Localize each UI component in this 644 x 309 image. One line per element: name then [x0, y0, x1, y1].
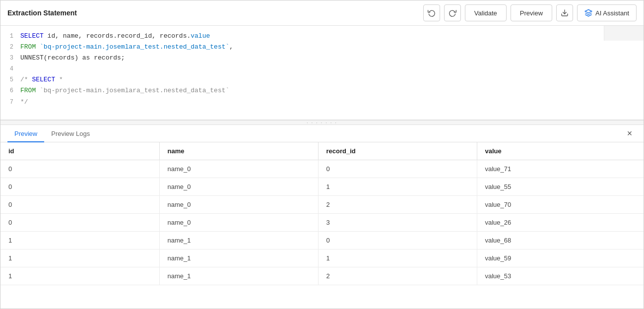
preview-tabs: Preview Preview Logs ×: [0, 125, 644, 142]
table-row: 0name_03value_26: [0, 214, 644, 232]
cell-name: name_1: [159, 249, 318, 267]
cell-name: name_1: [159, 232, 318, 249]
panel-resizer[interactable]: · · · · · · ·: [0, 120, 644, 125]
preview-table-container[interactable]: id name record_id value 0name_00value_71…: [0, 142, 644, 309]
code-editor[interactable]: 1 SELECT id, name, records.record_id, re…: [0, 26, 644, 120]
code-line-3: 3 UNNEST(records) as records;: [0, 53, 644, 63]
ai-assistant-label: AI Assistant: [595, 9, 629, 17]
table-row: 0name_00value_71: [0, 160, 644, 178]
table-row: 0name_01value_55: [0, 178, 644, 196]
undo-button[interactable]: [423, 4, 440, 21]
cell-record_id: 0: [318, 232, 477, 249]
col-header-value: value: [477, 142, 644, 160]
cell-value: value_71: [477, 160, 644, 178]
code-line-6: 6 FROM `bq-project-main.josemlara_test.n…: [0, 85, 644, 96]
cell-record_id: 1: [318, 178, 477, 196]
cell-id: 1: [0, 267, 159, 285]
cell-value: value_59: [477, 249, 644, 267]
cell-id: 0: [0, 160, 159, 178]
preview-table: id name record_id value 0name_00value_71…: [0, 142, 644, 285]
table-row: 1name_11value_59: [0, 249, 644, 267]
cell-id: 1: [0, 232, 159, 249]
cell-record_id: 2: [318, 196, 477, 214]
table-row: 1name_10value_68: [0, 232, 644, 249]
code-line-7: 7 */: [0, 97, 644, 108]
preview-button[interactable]: Preview: [511, 4, 552, 21]
toolbar: Extraction Statement Validate Preview: [0, 0, 644, 26]
cell-id: 0: [0, 196, 159, 214]
validate-button[interactable]: Validate: [465, 4, 507, 21]
download-button[interactable]: [556, 4, 573, 21]
cell-value: value_68: [477, 232, 644, 249]
table-header-row: id name record_id value: [0, 142, 644, 160]
cell-name: name_0: [159, 196, 318, 214]
cell-record_id: 0: [318, 160, 477, 178]
cell-value: value_26: [477, 214, 644, 232]
cell-name: name_0: [159, 160, 318, 178]
col-header-id: id: [0, 142, 159, 160]
cell-value: value_55: [477, 178, 644, 196]
code-line-4: 4: [0, 63, 644, 74]
cell-id: 1: [0, 249, 159, 267]
cell-record_id: 1: [318, 249, 477, 267]
code-content: 1 SELECT id, name, records.record_id, re…: [0, 31, 644, 108]
code-line-1: 1 SELECT id, name, records.record_id, re…: [0, 31, 644, 42]
cell-record_id: 2: [318, 267, 477, 285]
cell-id: 0: [0, 178, 159, 196]
cell-record_id: 3: [318, 214, 477, 232]
redo-button[interactable]: [444, 4, 461, 21]
cell-id: 0: [0, 214, 159, 232]
tab-preview[interactable]: Preview: [7, 125, 44, 142]
table-row: 1name_12value_53: [0, 267, 644, 285]
cell-name: name_1: [159, 267, 318, 285]
col-header-name: name: [159, 142, 318, 160]
code-line-5: 5 /* SELECT *: [0, 74, 644, 85]
app-container: Extraction Statement Validate Preview: [0, 0, 644, 309]
tab-preview-logs[interactable]: Preview Logs: [44, 125, 97, 142]
cell-value: value_70: [477, 196, 644, 214]
preview-panel: Preview Preview Logs × id name record_id…: [0, 125, 644, 309]
cell-name: name_0: [159, 178, 318, 196]
minimap: [604, 26, 644, 41]
ai-icon: [584, 9, 592, 17]
ai-assistant-button[interactable]: AI Assistant: [577, 4, 637, 21]
editor-title: Extraction Statement: [7, 9, 419, 17]
col-header-record-id: record_id: [318, 142, 477, 160]
cell-value: value_53: [477, 267, 644, 285]
table-row: 0name_02value_70: [0, 196, 644, 214]
close-preview-button[interactable]: ×: [623, 126, 637, 140]
code-line-2: 2 FROM `bq-project-main.josemlara_test.n…: [0, 42, 644, 53]
cell-name: name_0: [159, 214, 318, 232]
